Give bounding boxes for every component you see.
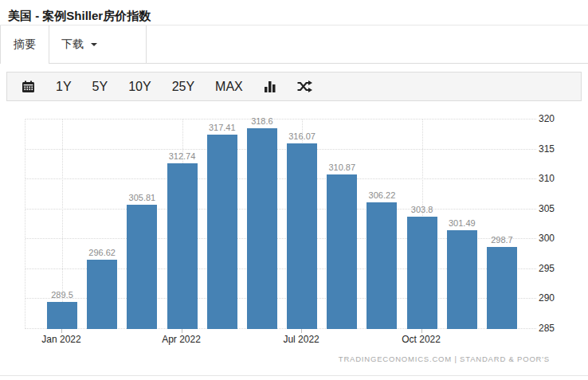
bar-value-label: 306.22 [356, 190, 407, 200]
bar-value-label: 318.6 [237, 116, 288, 126]
x-axis-tick [301, 329, 302, 333]
x-axis-tick-label: Oct 2022 [386, 334, 457, 345]
bar[interactable] [447, 230, 477, 329]
tab-bar: 摘要 下载 [0, 25, 588, 64]
tab-summary-label: 摘要 [14, 37, 36, 52]
gridline-horizontal [25, 178, 536, 179]
y-axis-tick-label: 300 [539, 233, 555, 245]
x-axis-tick [182, 329, 182, 333]
bar[interactable] [167, 163, 198, 329]
range-button-25y[interactable]: 25Y [172, 80, 194, 94]
chart-toolbar: 1Y 5Y 10Y 25Y MAX [6, 72, 582, 101]
bar-value-label: 310.87 [316, 163, 367, 172]
bar-value-label: 298.7 [476, 235, 527, 245]
bar[interactable] [327, 174, 357, 329]
bar-value-label: 301.49 [437, 218, 488, 228]
compare-button[interactable] [297, 80, 312, 92]
gridline-horizontal [25, 149, 536, 150]
bar[interactable] [47, 302, 77, 329]
y-axis-tick-label: 320 [539, 113, 555, 125]
bar[interactable] [487, 247, 517, 329]
bar[interactable] [247, 128, 277, 329]
bar[interactable] [127, 205, 157, 329]
x-axis-tick [421, 329, 422, 333]
bar-value-label: 303.8 [397, 205, 448, 214]
page-title: 美国 - 案例Shiller房价指数 [0, 0, 588, 25]
y-axis-tick-label: 305 [539, 203, 555, 215]
bar-value-label: 296.62 [76, 248, 127, 257]
plot-area: 289.5296.62305.81312.74317.41318.6316.07… [25, 119, 536, 329]
y-axis-tick-label: 285 [539, 323, 555, 335]
tab-download[interactable]: 下载 [49, 25, 147, 64]
x-axis-tick [61, 329, 62, 333]
page-bottom-border [0, 375, 588, 380]
y-axis-tick-label: 315 [539, 143, 555, 155]
calendar-button[interactable] [22, 80, 35, 93]
x-axis-tick-label: Jan 2022 [25, 334, 97, 345]
range-button-1y[interactable]: 1Y [56, 80, 72, 94]
chart-type-button[interactable] [264, 80, 276, 92]
attribution-text: TRADINGECONOMICS.COM | STANDARD & POOR'S [339, 355, 550, 363]
bar[interactable] [367, 202, 397, 329]
bar[interactable] [207, 135, 237, 329]
range-button-5y[interactable]: 5Y [92, 80, 108, 94]
y-axis-tick-label: 295 [539, 263, 555, 275]
y-axis-tick-label: 310 [539, 173, 555, 185]
bar-value-label: 316.07 [276, 131, 327, 141]
bar-value-label: 305.81 [116, 193, 167, 202]
bar[interactable] [87, 260, 117, 329]
range-button-max[interactable]: MAX [215, 80, 243, 94]
gridline-horizontal [25, 209, 536, 210]
bar[interactable] [287, 143, 317, 329]
bar-value-label: 312.74 [157, 151, 208, 161]
calendar-icon [22, 80, 35, 93]
y-axis-tick-label: 290 [539, 292, 555, 304]
range-button-10y[interactable]: 10Y [128, 80, 151, 94]
chevron-down-icon [91, 43, 97, 46]
chart-area: 289.5296.62305.81312.74317.41318.6316.07… [0, 101, 588, 375]
x-axis-tick-label: Apr 2022 [146, 334, 218, 345]
bar[interactable] [407, 217, 437, 329]
bar-value-label: 289.5 [37, 290, 88, 300]
tab-summary[interactable]: 摘要 [0, 25, 49, 64]
shuffle-icon [297, 80, 312, 92]
x-axis-tick-label: Jul 2022 [265, 334, 337, 345]
bar-chart-icon [264, 80, 276, 92]
tab-download-label: 下载 [61, 37, 84, 52]
